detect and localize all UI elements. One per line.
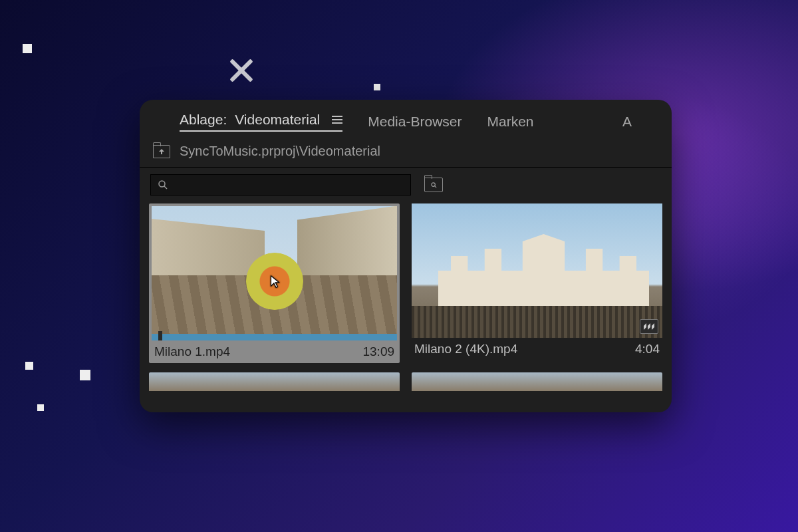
clip-thumbnail[interactable] bbox=[412, 203, 662, 338]
panel-menu-icon[interactable] bbox=[332, 116, 342, 124]
clip-item-selected[interactable]: Milano 1.mp4 13:09 bbox=[149, 203, 400, 363]
svg-line-1 bbox=[164, 186, 167, 189]
tab-bin-name: Videomaterial bbox=[235, 112, 320, 128]
search-box[interactable] bbox=[150, 174, 411, 196]
decor-square bbox=[37, 404, 44, 411]
clip-name: Milano 2 (4K).mp4 bbox=[414, 342, 517, 356]
tab-cut[interactable]: A bbox=[622, 114, 632, 130]
panel-tabs: Ablage: Videomaterial Media-Browser Mark… bbox=[140, 100, 672, 138]
breadcrumb-bar: SyncToMusic.prproj\Videomaterial bbox=[140, 138, 672, 168]
clip-duration: 13:09 bbox=[362, 344, 394, 359]
tab-markers[interactable]: Marken bbox=[487, 114, 533, 130]
new-search-bin-icon[interactable] bbox=[424, 178, 443, 192]
clip-thumbnail-peek[interactable] bbox=[412, 372, 662, 391]
svg-line-3 bbox=[434, 186, 436, 187]
clip-grid: Milano 1.mp4 13:09 Milano 2 (4K).mp4 4:0… bbox=[140, 203, 672, 363]
clip-name: Milano 1.mp4 bbox=[154, 344, 230, 359]
project-panel: Ablage: Videomaterial Media-Browser Mark… bbox=[140, 100, 672, 412]
breadcrumb-path: SyncToMusic.prproj\Videomaterial bbox=[180, 144, 380, 159]
tab-media-browser[interactable]: Media-Browser bbox=[368, 114, 462, 130]
decor-square bbox=[80, 370, 90, 380]
svg-point-2 bbox=[431, 182, 435, 186]
close-x-icon bbox=[225, 55, 257, 86]
clip-grid-row-peek bbox=[140, 363, 672, 391]
clip-thumbnail-peek[interactable] bbox=[149, 372, 400, 391]
clip-item[interactable]: Milano 2 (4K).mp4 4:04 bbox=[412, 203, 662, 363]
decor-square bbox=[23, 44, 32, 53]
cursor-icon bbox=[269, 275, 283, 292]
svg-point-0 bbox=[159, 181, 165, 187]
folder-up-icon[interactable] bbox=[153, 145, 170, 158]
search-bar bbox=[140, 168, 672, 203]
clip-duration: 4:04 bbox=[635, 342, 660, 356]
tab-bin-prefix: Ablage: bbox=[180, 112, 227, 128]
scrub-bar[interactable] bbox=[152, 334, 397, 340]
search-icon bbox=[158, 180, 168, 190]
clip-thumbnail[interactable] bbox=[152, 206, 397, 340]
decor-square bbox=[25, 362, 33, 370]
search-input[interactable] bbox=[174, 179, 404, 191]
proxy-badge-icon bbox=[640, 319, 658, 334]
decor-square bbox=[374, 84, 380, 90]
tab-bin[interactable]: Ablage: Videomaterial bbox=[180, 112, 342, 132]
